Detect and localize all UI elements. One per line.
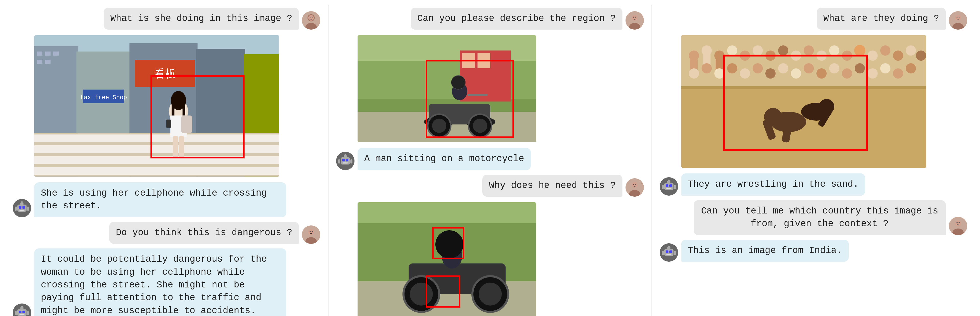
chat-column-3: What are they doing ? (655, 5, 972, 264)
svg-point-161 (855, 63, 865, 73)
svg-point-141 (880, 45, 891, 56)
svg-point-120 (955, 15, 961, 21)
svg-point-139 (854, 45, 865, 56)
svg-rect-39 (19, 206, 21, 209)
svg-rect-23 (34, 145, 279, 153)
svg-rect-56 (21, 307, 24, 310)
message-row: A man sitting on a motorcycle (336, 148, 644, 170)
svg-point-163 (880, 63, 891, 73)
svg-point-149 (702, 63, 712, 73)
user-avatar (625, 178, 644, 197)
svg-point-48 (310, 231, 310, 232)
svg-rect-12 (37, 51, 42, 56)
svg-rect-42 (21, 203, 24, 205)
svg-rect-22 (34, 135, 279, 142)
svg-point-153 (752, 63, 763, 73)
svg-rect-55 (19, 314, 24, 315)
svg-rect-33 (173, 136, 178, 157)
svg-rect-180 (667, 188, 671, 189)
svg-point-62 (633, 17, 634, 17)
bot-avatar (13, 199, 31, 217)
svg-rect-183 (662, 185, 664, 189)
message-row: They are wrestling in the sand. (660, 173, 967, 195)
svg-text:看板: 看板 (154, 68, 176, 80)
svg-rect-53 (19, 311, 21, 313)
svg-point-162 (867, 68, 878, 79)
svg-rect-14 (53, 51, 59, 56)
svg-rect-34 (179, 136, 184, 157)
svg-point-131 (752, 45, 763, 56)
svg-point-121 (956, 17, 958, 17)
svg-point-144 (916, 51, 926, 61)
svg-point-127 (702, 45, 712, 56)
svg-point-155 (778, 63, 788, 73)
svg-point-3 (308, 15, 314, 21)
svg-point-152 (740, 68, 750, 79)
user-avatar (949, 11, 967, 30)
svg-rect-15 (37, 60, 42, 64)
image-container-3 (660, 35, 967, 168)
svg-point-95 (633, 184, 634, 185)
message-row: Do you think this is dangerous ? (13, 222, 320, 244)
bot-message-bubble: A man sitting on a motorcycle (358, 148, 531, 170)
svg-point-94 (632, 182, 638, 188)
svg-point-135 (803, 45, 814, 56)
column-divider (328, 5, 328, 316)
svg-point-103 (410, 283, 433, 306)
svg-point-122 (959, 17, 959, 17)
image-container-2b (336, 202, 644, 316)
svg-rect-195 (667, 247, 670, 249)
image-container-1: 看板 tax free Shop (13, 35, 320, 177)
svg-rect-16 (45, 60, 51, 64)
svg-point-133 (778, 45, 788, 56)
svg-rect-178 (666, 184, 668, 187)
chat-column-2: Can you please describe the region ? (331, 5, 649, 316)
bot-avatar (336, 152, 355, 170)
user-message-bubble: What is she doing in this image ? (103, 8, 299, 30)
svg-rect-167 (681, 86, 926, 89)
svg-point-78 (473, 119, 487, 133)
svg-point-160 (842, 68, 852, 79)
svg-point-186 (955, 221, 961, 226)
svg-rect-32 (181, 116, 192, 133)
svg-rect-58 (15, 311, 17, 315)
message-row: Why does he need this ? (336, 175, 644, 197)
image-container-2a (336, 35, 644, 142)
message-row: She is using her cellphone while crossin… (13, 183, 320, 217)
svg-point-142 (893, 51, 903, 61)
svg-rect-79 (467, 94, 488, 96)
message-row: Can you please describe the region ? (336, 8, 644, 30)
svg-rect-13 (45, 51, 51, 56)
svg-point-150 (714, 68, 724, 79)
svg-rect-198 (674, 251, 676, 255)
chat-image-2a (358, 35, 536, 142)
svg-rect-193 (670, 251, 672, 253)
svg-rect-25 (34, 167, 279, 175)
svg-rect-44 (15, 206, 17, 211)
svg-point-47 (308, 229, 314, 235)
bot-avatar (660, 177, 678, 195)
svg-rect-41 (19, 210, 24, 211)
svg-point-188 (959, 222, 959, 223)
svg-point-128 (714, 51, 724, 61)
svg-rect-45 (27, 206, 29, 211)
svg-rect-179 (670, 184, 672, 187)
svg-rect-89 (344, 155, 347, 158)
svg-point-156 (791, 68, 801, 79)
user-avatar (625, 11, 644, 30)
svg-rect-88 (343, 162, 348, 164)
svg-point-107 (435, 230, 463, 258)
svg-rect-91 (338, 159, 340, 164)
svg-point-140 (867, 51, 878, 61)
svg-rect-40 (22, 206, 25, 209)
svg-rect-87 (346, 159, 348, 162)
svg-point-148 (689, 68, 699, 79)
svg-rect-54 (22, 311, 25, 313)
svg-point-158 (816, 68, 827, 79)
svg-point-165 (906, 63, 916, 73)
svg-rect-35 (166, 120, 171, 128)
svg-rect-59 (27, 311, 29, 315)
svg-point-137 (829, 45, 839, 56)
user-message-bubble: Do you think this is dangerous ? (109, 222, 299, 244)
user-message-bubble: Why does he need this ? (482, 175, 622, 197)
